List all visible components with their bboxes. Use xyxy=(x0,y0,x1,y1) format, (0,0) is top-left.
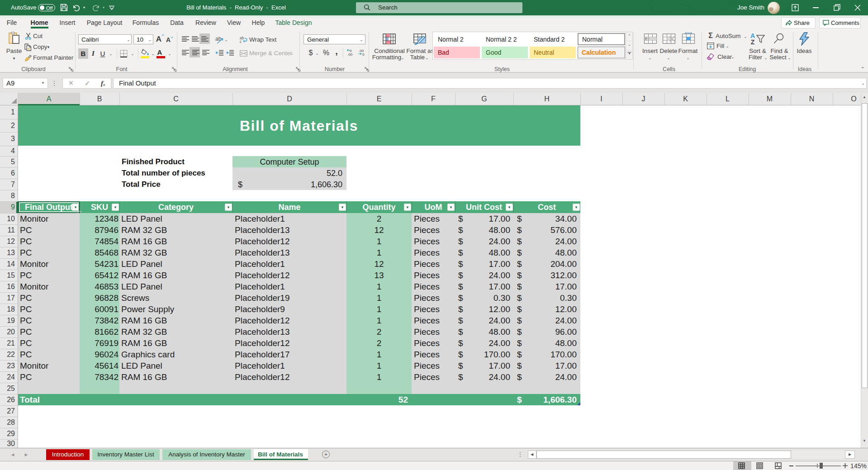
svg-text:ab: ab xyxy=(215,36,222,42)
svg-text:0: 0 xyxy=(362,52,365,56)
svg-text:.00: .00 xyxy=(347,52,353,56)
